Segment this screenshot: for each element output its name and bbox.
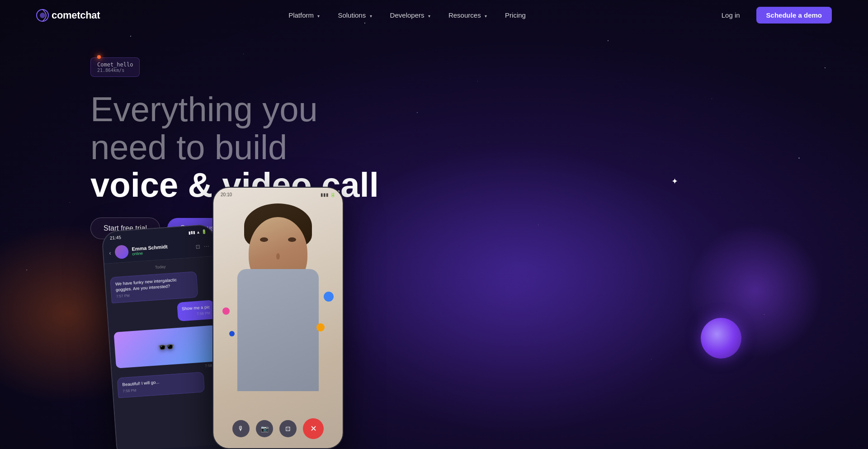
screen-icon: ⊡	[285, 425, 291, 432]
badge-line2: 21.864km/s	[97, 68, 133, 73]
svg-point-1	[40, 13, 45, 18]
end-call-button[interactable]: ✕	[303, 418, 324, 439]
chevron-down-icon: ▾	[370, 14, 372, 19]
nav-link-developers[interactable]: Developers	[390, 11, 425, 19]
dot-pink	[222, 307, 230, 315]
chat-date: Today	[109, 261, 212, 273]
purple-orb	[701, 318, 741, 359]
mute-icon: 🎙	[238, 425, 244, 432]
comet-badge: Comet_hello 21.864km/s	[90, 57, 140, 77]
message-sent-container: Show me a pic 7:58 PM 🕶️ 7:58 PM	[112, 300, 219, 374]
nav-link-platform[interactable]: Platform	[288, 11, 314, 19]
nav-link-resources[interactable]: Resources	[448, 11, 481, 19]
nav-item-pricing[interactable]: Pricing	[505, 11, 526, 19]
logo-icon	[36, 9, 49, 22]
back-icon[interactable]: ‹	[109, 249, 112, 256]
chevron-down-icon: ▾	[317, 14, 320, 19]
sunglasses-icon: 🕶️	[157, 338, 175, 355]
video-controls: 🎙 📷 ⊡ ✕	[232, 418, 324, 439]
person-nose	[276, 253, 280, 260]
chevron-down-icon: ▾	[428, 14, 430, 19]
camera-button[interactable]: 📷	[256, 420, 273, 437]
eye-left	[260, 237, 268, 242]
navbar: cometchat Platform ▾ Solutions ▾ Develop…	[0, 0, 868, 30]
eye-right	[288, 237, 296, 242]
chat-body: Today We have funky new intergalactic go…	[104, 256, 228, 449]
contact-avatar	[114, 245, 129, 259]
message-image: 🕶️	[114, 325, 218, 369]
nav-links: Platform ▾ Solutions ▾ Developers ▾ Reso…	[288, 11, 526, 19]
video-call-icon[interactable]: ⊡	[195, 243, 200, 250]
sparkle-icon: ✦	[671, 176, 678, 186]
more-icon[interactable]: ⋯	[203, 243, 209, 250]
nav-item-developers[interactable]: Developers ▾	[390, 11, 430, 19]
hero-title-line2: need to build	[90, 128, 407, 166]
screen-share-button[interactable]: ⊡	[279, 420, 297, 437]
video-status-bar: 20:10 ▮▮▮ 🔋	[213, 192, 343, 197]
badge-line1: Comet_hello	[97, 61, 133, 68]
nav-item-resources[interactable]: Resources ▾	[448, 11, 487, 19]
schedule-demo-button[interactable]: Schedule a demo	[756, 7, 832, 24]
logo-text: cometchat	[52, 9, 100, 21]
signal-icons: ▮▮▮ ▲ 🔋	[188, 229, 207, 235]
nav-link-pricing[interactable]: Pricing	[505, 11, 526, 19]
chat-header-icons: ⊡ ⋯	[195, 243, 209, 250]
logo[interactable]: cometchat	[36, 9, 100, 22]
dot-dark-blue	[229, 331, 235, 336]
message-received-1: We have funky new intergalactic goggles.…	[110, 271, 198, 303]
login-button[interactable]: Log in	[714, 8, 747, 23]
chevron-down-icon: ▾	[485, 14, 487, 19]
video-phone: 20:10 ▮▮▮ 🔋	[212, 187, 344, 449]
message-received-2: Beautiful! I will go... 7:58 PM	[117, 372, 205, 398]
person-body	[237, 269, 319, 391]
video-frame: 20:10 ▮▮▮ 🔋	[213, 188, 343, 448]
hero-title-line1: Everything you	[90, 90, 407, 128]
mute-button[interactable]: 🎙	[232, 420, 250, 437]
nav-actions: Log in Schedule a demo	[714, 7, 832, 24]
chat-phone: 21:45 ▮▮▮ ▲ 🔋 ‹ Emma Schmidt online ⊡ ⋯ …	[101, 224, 230, 449]
camera-icon: 📷	[261, 425, 269, 432]
video-time: 20:10	[221, 192, 232, 197]
message-sent-1: Show me a pic 7:58 PM	[177, 300, 215, 321]
dot-blue	[324, 292, 334, 302]
video-signal: ▮▮▮ 🔋	[321, 192, 335, 197]
nav-item-solutions[interactable]: Solutions ▾	[338, 11, 372, 19]
phone-time: 21:45	[110, 235, 122, 241]
phones-container: 21:45 ▮▮▮ ▲ 🔋 ‹ Emma Schmidt online ⊡ ⋯ …	[108, 169, 425, 449]
dot-yellow	[316, 323, 325, 331]
end-call-icon: ✕	[310, 424, 317, 434]
nav-item-platform[interactable]: Platform ▾	[288, 11, 320, 19]
nav-link-solutions[interactable]: Solutions	[338, 11, 366, 19]
message-time: 7:58 PM	[182, 311, 211, 318]
